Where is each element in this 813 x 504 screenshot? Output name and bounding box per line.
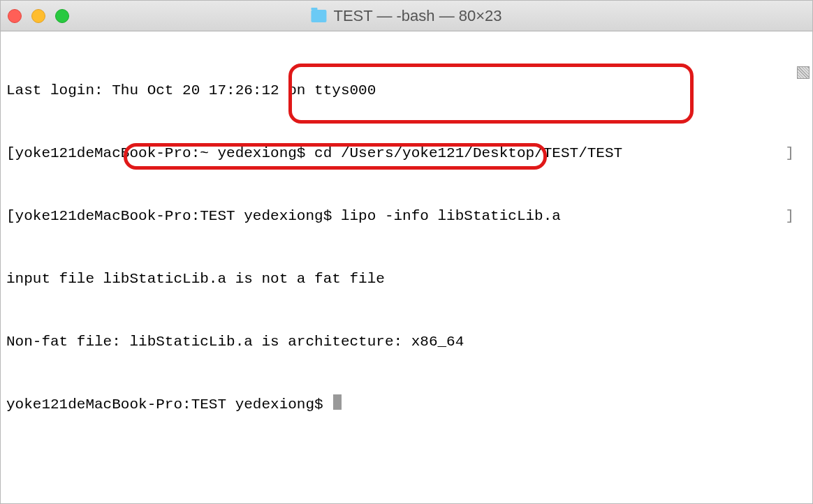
terminal-line: yoke121deMacBook-Pro:TEST yedexiong$ [6,394,807,415]
terminal-line: Non-fat file: libStaticLib.a is architec… [6,332,807,353]
traffic-lights [8,9,69,23]
cursor-block [333,394,342,410]
terminal-line: [yoke121deMacBook-Pro:TEST yedexiong$ li… [6,206,807,227]
window-title: TEST — -bash — 80×23 [333,7,501,25]
minimize-button[interactable] [31,9,45,23]
window-title-area: TEST — -bash — 80×23 [311,7,501,25]
close-button[interactable] [8,9,22,23]
terminal-line: [yoke121deMacBook-Pro:~ yedexiong$ cd /U… [6,143,807,164]
maximize-button[interactable] [55,9,69,23]
titlebar[interactable]: TEST — -bash — 80×23 [1,1,812,31]
terminal-content-area[interactable]: Last login: Thu Oct 20 17:26:12 on ttys0… [1,31,812,503]
folder-icon [311,10,326,22]
terminal-line: input file libStaticLib.a is not a fat f… [6,269,807,290]
terminal-window: TEST — -bash — 80×23 Last login: Thu Oct… [0,0,813,504]
terminal-line: Last login: Thu Oct 20 17:26:12 on ttys0… [6,80,807,101]
